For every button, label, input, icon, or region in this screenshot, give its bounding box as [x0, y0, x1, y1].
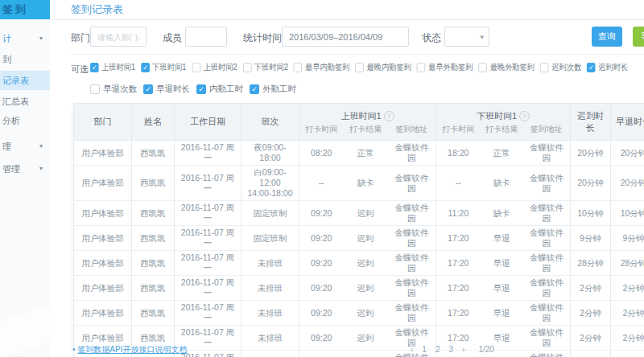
- cell-name: 西凯凯: [132, 251, 175, 276]
- col-dept: 部门: [74, 104, 132, 141]
- cell-date: 2016-11-07 周一: [175, 276, 242, 301]
- prev-page-icon[interactable]: ‹: [411, 345, 413, 354]
- cell-on_time: --: [299, 166, 344, 201]
- checkbox-unchecked[interactable]: [540, 63, 549, 72]
- page-title: 签到记录表: [71, 0, 123, 19]
- page-number[interactable]: 1: [422, 345, 427, 354]
- status-label: 状态: [422, 31, 441, 45]
- cell-off_addr: 金蝶软件园: [523, 301, 571, 326]
- cell-off_time: 18:20: [436, 141, 481, 166]
- cell-shift: 未排班: [242, 326, 299, 351]
- cell-shift: 固定班制: [242, 226, 299, 251]
- checkbox-option[interactable]: ✓上班时间1: [90, 62, 135, 73]
- sidebar-item[interactable]: 汇总表: [0, 92, 50, 111]
- checkbox-option[interactable]: 迟到次数: [540, 62, 581, 73]
- cell-on_addr: 金蝶软件园: [388, 141, 436, 166]
- checkbox-unchecked[interactable]: [294, 63, 303, 72]
- time-label: 统计时间: [243, 31, 282, 45]
- chevron-down-icon: ▾: [39, 159, 43, 178]
- sidebar-item[interactable]: 理▾: [0, 137, 50, 156]
- checkbox-option[interactable]: ✓内勤工时: [196, 84, 243, 95]
- cell-on_time: 09:20: [299, 301, 344, 326]
- checkbox-option[interactable]: ✓早退时长: [143, 84, 190, 95]
- page-number[interactable]: 3: [448, 345, 453, 354]
- checkbox-option[interactable]: 最晚外勤签到: [479, 62, 535, 73]
- cell-date: 2016-11-07 周一: [175, 226, 242, 251]
- cell-off_result: 缺卡: [481, 166, 523, 201]
- checkbox-label: 下班时间1: [152, 62, 186, 73]
- checkbox-label: 迟到时长: [598, 62, 628, 73]
- cell-name: 西凯凯: [132, 276, 175, 301]
- checkbox-checked[interactable]: ✓: [141, 63, 150, 72]
- checkbox-unchecked[interactable]: [417, 63, 426, 72]
- checkbox-option[interactable]: 上班时间2: [192, 62, 237, 73]
- checkbox-checked[interactable]: ✓: [90, 63, 99, 72]
- checkbox-option[interactable]: 早退次数: [90, 84, 137, 95]
- cell-shift: 固定班制: [242, 201, 299, 226]
- filter-divider: [71, 54, 644, 55]
- checkbox-option[interactable]: ✓外勤工时: [250, 84, 296, 95]
- col-early: 早退时长: [611, 104, 644, 141]
- checkbox-option[interactable]: 最晚内勤签到: [355, 62, 411, 73]
- cell-on_addr: 金蝶软件园: [388, 301, 436, 326]
- checkbox-unchecked[interactable]: [192, 63, 200, 72]
- cell-on_time: 09:20: [299, 226, 344, 251]
- col-shift: 班次: [242, 104, 299, 141]
- cell-dept: 用户体验部: [74, 301, 132, 326]
- department-input[interactable]: [90, 27, 147, 47]
- help-icon[interactable]: ?: [519, 111, 530, 121]
- cell-on_result: 迟到: [344, 201, 388, 226]
- sidebar-item[interactable]: 记录表: [0, 71, 50, 90]
- cell-on_addr: 金蝶软件园: [388, 166, 436, 201]
- query-button[interactable]: 查询: [592, 27, 622, 47]
- cell-on_result: 正常: [344, 141, 388, 166]
- cell-off_result: 早退: [481, 301, 523, 326]
- cell-dept: 用户体验部: [74, 201, 132, 226]
- cell-late: 2分钟: [571, 351, 611, 357]
- cell-on_time: 08:20: [299, 141, 344, 166]
- cell-on_result: 迟到: [344, 251, 388, 276]
- api-doc-link[interactable]: • 签到数据API开放接口说明文档: [72, 344, 187, 355]
- checkbox-label: 迟到次数: [551, 62, 581, 73]
- cell-off_addr: 金蝶软件园: [523, 276, 571, 301]
- table-row: 用户体验部西凯凯2016-11-07 周一夜09:00-18:0008:20正常…: [74, 141, 644, 166]
- checkbox-unchecked[interactable]: [243, 63, 252, 72]
- cell-on_result: 迟到: [344, 326, 388, 351]
- checkbox-option[interactable]: 下班时间2: [243, 62, 288, 73]
- sidebar-item-label: 汇总表: [2, 96, 29, 106]
- cell-off_addr: 金蝶软件园: [523, 326, 571, 351]
- checkbox-option[interactable]: 最早内勤签到: [294, 62, 350, 73]
- sidebar-item[interactable]: 计▾: [0, 29, 50, 48]
- checkbox-option[interactable]: ✓下班时间1: [141, 62, 186, 73]
- checkbox-checked[interactable]: ✓: [143, 84, 153, 94]
- checkbox-option[interactable]: ✓迟到时长: [587, 62, 628, 73]
- export-button[interactable]: 导出: [633, 27, 644, 47]
- checkbox-checked[interactable]: ✓: [196, 84, 206, 94]
- page-number[interactable]: 2: [436, 345, 440, 354]
- checkbox-unchecked[interactable]: [479, 63, 488, 72]
- pagination: ‹ 123 › 1/20: [411, 345, 494, 354]
- checkbox-label: 最晚外勤签到: [490, 62, 535, 73]
- sidebar-item[interactable]: 到: [0, 50, 50, 69]
- help-icon[interactable]: ?: [384, 111, 394, 121]
- sidebar-item[interactable]: 分析: [0, 111, 50, 130]
- cell-early: 2分钟: [611, 351, 644, 357]
- checkbox-option[interactable]: 最早外勤签到: [417, 62, 473, 73]
- cell-on_time: 09:20: [299, 201, 344, 226]
- checkbox-label: 外勤工时: [262, 84, 296, 95]
- checkbox-checked[interactable]: ✓: [250, 84, 259, 94]
- member-input[interactable]: [185, 27, 227, 47]
- status-select[interactable]: ▾: [444, 27, 489, 47]
- cell-off_time: 17:20: [436, 301, 481, 326]
- col-on-addr: 签到地址: [388, 122, 436, 141]
- cell-early: 2分钟: [611, 326, 644, 351]
- cell-dept: 用户体验部: [74, 276, 132, 301]
- col-off-addr: 签到地址: [523, 122, 571, 141]
- checkbox-checked[interactable]: ✓: [587, 63, 596, 72]
- next-page-icon[interactable]: ›: [462, 345, 464, 354]
- checkbox-unchecked[interactable]: [355, 63, 364, 72]
- col-group-clockin: 上班时间1?: [299, 104, 436, 123]
- sidebar-item[interactable]: 管理▾: [0, 159, 50, 178]
- checkbox-unchecked[interactable]: [90, 84, 100, 94]
- time-range-input[interactable]: [282, 27, 409, 47]
